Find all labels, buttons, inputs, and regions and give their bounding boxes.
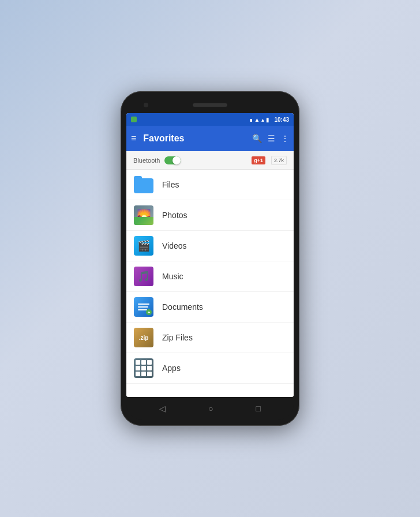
menu-item-music[interactable]: 🎵 Music [126, 261, 294, 292]
apps-icon [133, 358, 154, 379]
bluetooth-status-icon: ∎ [249, 117, 253, 123]
bluetooth-toggle[interactable] [164, 156, 181, 164]
signal-icon: ▲ [254, 117, 260, 123]
search-icon[interactable]: 🔍 [252, 134, 262, 143]
menu-item-zip[interactable]: .zip Zip Files [126, 323, 294, 353]
phone-speaker [193, 103, 227, 107]
phone-camera [144, 103, 148, 107]
files-icon [133, 174, 154, 195]
count-badge: 2.7k [271, 156, 287, 165]
status-bar: ∎ ▲ ▴ ▮ 10:43 [126, 113, 294, 126]
gplus-badge[interactable]: g+1 [252, 156, 265, 164]
photos-label: Photos [162, 211, 187, 220]
phone-screen: ∎ ▲ ▴ ▮ 10:43 ≡ Favorites 🔍 ☰ ⋮ Blue [126, 113, 294, 397]
menu-item-photos[interactable]: Photos [126, 200, 294, 231]
menu-item-apps[interactable]: Apps [126, 353, 294, 384]
back-button[interactable]: ◁ [155, 402, 170, 415]
music-label: Music [162, 272, 183, 281]
status-time: 10:43 [274, 117, 289, 123]
menu-item-documents[interactable]: + Documents [126, 292, 294, 323]
bluetooth-bar: Bluetooth g+1 2.7k [126, 151, 294, 170]
documents-label: Documents [162, 302, 203, 312]
toggle-knob [172, 156, 181, 164]
wifi-icon: ▴ [261, 117, 264, 123]
list-view-icon[interactable]: ☰ [268, 134, 275, 143]
zip-icon: .zip [133, 327, 154, 348]
app-notification-icon [131, 117, 137, 122]
toolbar: ≡ Favorites 🔍 ☰ ⋮ [126, 126, 294, 151]
hamburger-menu-icon[interactable]: ≡ [131, 133, 136, 144]
zip-label: Zip Files [162, 333, 193, 342]
phone-device: ∎ ▲ ▴ ▮ 10:43 ≡ Favorites 🔍 ☰ ⋮ Blue [121, 91, 299, 426]
music-icon: 🎵 [133, 266, 154, 287]
page-background: ∎ ▲ ▴ ▮ 10:43 ≡ Favorites 🔍 ☰ ⋮ Blue [0, 0, 420, 517]
more-options-icon[interactable]: ⋮ [281, 134, 289, 143]
nav-bar: ◁ ○ □ [126, 397, 294, 420]
battery-icon: ▮ [266, 117, 269, 123]
menu-list: Files Photos 🎬 Videos [126, 170, 294, 397]
photos-icon [133, 205, 154, 226]
apps-label: Apps [162, 364, 181, 373]
documents-icon: + [133, 297, 154, 317]
menu-item-videos[interactable]: 🎬 Videos [126, 231, 294, 261]
home-button[interactable]: ○ [204, 402, 217, 415]
menu-item-files[interactable]: Files [126, 170, 294, 200]
videos-icon: 🎬 [133, 235, 154, 256]
toolbar-title: Favorites [143, 133, 247, 144]
toolbar-actions: 🔍 ☰ ⋮ [252, 134, 289, 143]
recent-button[interactable]: □ [252, 402, 265, 415]
bluetooth-label: Bluetooth [133, 157, 160, 164]
videos-label: Videos [162, 241, 187, 250]
files-label: Files [162, 180, 179, 189]
status-icons: ∎ ▲ ▴ ▮ [249, 117, 270, 123]
phone-top-bar [126, 97, 294, 113]
